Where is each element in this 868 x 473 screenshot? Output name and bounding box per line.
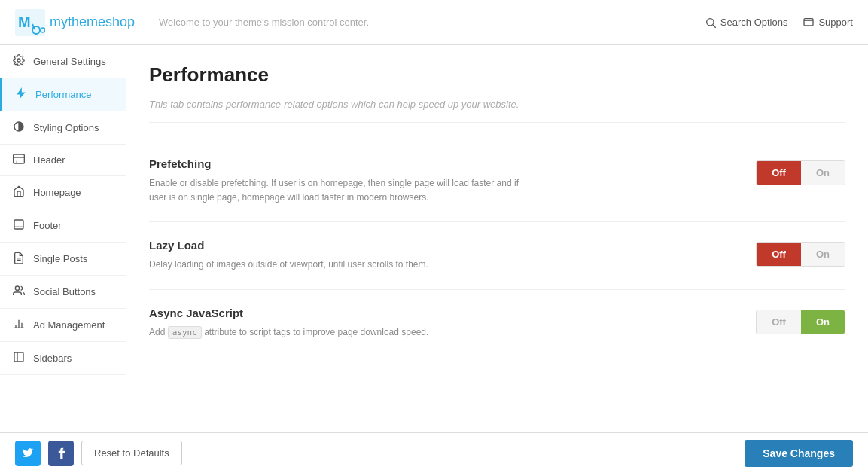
facebook-button[interactable] (48, 441, 74, 466)
bar-chart-icon (12, 318, 26, 332)
header-left: M mythemeshop Welcome to your theme's mi… (15, 9, 369, 36)
logo-text: mythemeshop (50, 14, 135, 30)
option-row-lazy-load: Lazy Load Delay loading of images outsid… (149, 222, 845, 289)
option-control-async-js: Off On (756, 310, 845, 334)
search-options-link[interactable]: Search Options (705, 17, 788, 29)
home-icon (12, 185, 26, 200)
sidebar-item-social-buttons[interactable]: Social Buttons (0, 276, 126, 309)
lazy-load-on-button[interactable]: On (801, 243, 845, 266)
sidebar: General Settings Performance Styling Opt… (0, 45, 126, 432)
sidebar-item-ad-management[interactable]: Ad Management (0, 309, 126, 342)
header-icon (12, 154, 26, 166)
sidebar-label-social-buttons: Social Buttons (33, 286, 96, 298)
search-icon (705, 17, 717, 29)
content-inner: Performance This tab contains performanc… (126, 45, 868, 374)
sidebar-item-header[interactable]: Header (0, 145, 126, 176)
facebook-icon (57, 447, 65, 459)
sidebar-icon (12, 351, 26, 365)
lazy-load-off-button[interactable]: Off (757, 243, 801, 266)
option-desc-async-js: Add async attribute to script tags to im… (149, 325, 525, 340)
sidebar-item-performance[interactable]: Performance (0, 78, 126, 111)
svg-point-9 (17, 59, 20, 62)
reset-defaults-button[interactable]: Reset to Defaults (81, 441, 182, 465)
logo-icon: M (15, 9, 45, 36)
header: M mythemeshop Welcome to your theme's mi… (0, 0, 868, 45)
sidebar-item-homepage[interactable]: Homepage (0, 176, 126, 209)
sidebar-label-footer: Footer (33, 220, 62, 231)
users-icon (12, 285, 26, 299)
svg-line-6 (713, 25, 716, 28)
logo[interactable]: M mythemeshop (15, 9, 135, 36)
svg-point-5 (707, 18, 714, 25)
option-row-async-js: Async JavaScript Add async attribute to … (149, 290, 845, 356)
async-js-on-button[interactable]: On (801, 310, 845, 334)
page-subtitle: This tab contains performance-related op… (149, 99, 845, 123)
svg-text:M: M (18, 14, 31, 30)
option-title-async-js: Async JavaScript (149, 307, 525, 319)
toggle-group-async-js: Off On (756, 310, 845, 334)
content-area: Performance This tab contains performanc… (126, 45, 868, 432)
gear-icon (12, 54, 26, 69)
twitter-icon (22, 448, 34, 459)
twitter-button[interactable] (15, 441, 41, 466)
sidebar-label-general-settings: General Settings (33, 56, 106, 67)
option-info-lazy-load: Lazy Load Delay loading of images outsid… (149, 239, 525, 272)
sidebar-label-ad-management: Ad Management (33, 319, 105, 331)
option-desc-prefetching: Enable or disable prefetching. If user i… (149, 176, 525, 205)
sidebar-label-header: Header (33, 154, 65, 166)
main-layout: General Settings Performance Styling Opt… (0, 45, 868, 432)
async-code: async (168, 326, 202, 339)
sidebar-item-styling-options[interactable]: Styling Options (0, 111, 126, 145)
async-desc-pre: Add (149, 327, 168, 337)
bolt-icon (14, 87, 28, 102)
toggle-group-lazy-load: Off On (756, 242, 845, 267)
option-desc-lazy-load: Delay loading of images outside of viewp… (149, 258, 525, 272)
option-title-lazy-load: Lazy Load (149, 239, 525, 252)
footer-bar: Reset to Defaults Save Changes (0, 432, 868, 473)
option-info-prefetching: Prefetching Enable or disable prefetchin… (149, 157, 525, 205)
toggle-group-prefetching: Off On (756, 160, 845, 185)
sidebar-label-sidebars: Sidebars (33, 352, 72, 364)
option-info-async-js: Async JavaScript Add async attribute to … (149, 307, 525, 340)
svg-rect-23 (14, 352, 23, 362)
footer-icon (12, 218, 26, 233)
header-right: Search Options Support (705, 17, 853, 29)
svg-rect-14 (14, 220, 23, 229)
footer-left: Reset to Defaults (15, 441, 182, 466)
sidebar-label-single-posts: Single Posts (33, 253, 87, 264)
sidebar-label-performance: Performance (35, 89, 91, 100)
async-js-off-button[interactable]: Off (757, 310, 801, 334)
svg-point-18 (15, 286, 19, 290)
svg-rect-11 (14, 154, 25, 163)
page-title: Performance (149, 63, 845, 87)
doc-icon (12, 252, 26, 266)
sidebar-label-homepage: Homepage (33, 187, 81, 198)
sidebar-item-single-posts[interactable]: Single Posts (0, 243, 126, 276)
sidebar-item-sidebars[interactable]: Sidebars (0, 342, 126, 375)
sidebar-item-footer[interactable]: Footer (0, 209, 126, 243)
prefetching-on-button[interactable]: On (801, 161, 845, 185)
support-link[interactable]: Support (803, 17, 853, 29)
save-changes-button[interactable]: Save Changes (745, 440, 853, 467)
option-row-prefetching: Prefetching Enable or disable prefetchin… (149, 141, 845, 222)
support-icon (803, 17, 815, 29)
circle-half-icon (12, 121, 26, 135)
sidebar-item-general-settings[interactable]: General Settings (0, 45, 126, 78)
header-tagline: Welcome to your theme's mission control … (159, 17, 369, 28)
option-control-prefetching: Off On (756, 160, 845, 185)
option-control-lazy-load: Off On (756, 242, 845, 267)
prefetching-off-button[interactable]: Off (757, 161, 801, 185)
svg-rect-7 (804, 18, 813, 25)
sidebar-label-styling-options: Styling Options (33, 122, 99, 133)
option-title-prefetching: Prefetching (149, 157, 525, 170)
async-desc-post: attribute to script tags to improve page… (202, 327, 429, 337)
